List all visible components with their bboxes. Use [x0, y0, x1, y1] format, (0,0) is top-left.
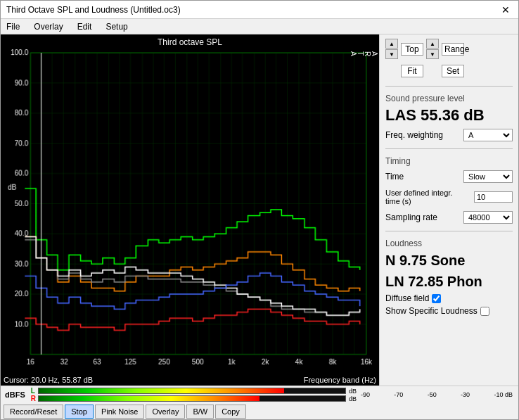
divider-3: [385, 231, 513, 231]
copy-button[interactable]: Copy: [215, 405, 246, 419]
freq-weighting-select[interactable]: A B C Z: [463, 129, 513, 141]
divider-1: [385, 86, 513, 87]
tick-50: -50: [428, 391, 437, 398]
time-row: Time Slow Fast Impulse: [385, 170, 513, 183]
fit-label[interactable]: Fit: [401, 65, 423, 77]
r-meter-fill: [39, 396, 260, 401]
menu-bar: File Overlay Edit Setup: [1, 19, 518, 34]
sone-value: N 9.75 Sone: [385, 251, 513, 269]
close-button[interactable]: ✕: [499, 3, 513, 17]
user-integr-input[interactable]: [474, 191, 513, 203]
top-down-btn[interactable]: ▼: [385, 49, 398, 59]
tick-10: -10 dB: [494, 391, 513, 398]
main-window: Third Octave SPL and Loudness (Untitled.…: [0, 0, 519, 420]
right-panel: ▲ ▼ Top ▲ ▼ Range Fit Set Sound pressure…: [379, 34, 518, 386]
l-meter-fill: [39, 388, 284, 393]
r-channel-label: R: [31, 395, 37, 402]
window-title: Third Octave SPL and Loudness (Untitled.…: [6, 5, 181, 15]
freq-weighting-label: Freq. weighting: [385, 130, 443, 140]
cursor-text: Cursor: 20.0 Hz, 55.87 dB: [4, 376, 93, 384]
diffuse-field-checkbox[interactable]: [432, 294, 441, 303]
spl-chart: [1, 49, 379, 374]
sampling-rate-select[interactable]: 48000 44100 96000: [463, 211, 513, 224]
diffuse-field-row: Diffuse field: [385, 293, 513, 303]
user-integr-row: User defined integr. time (s): [385, 189, 513, 205]
menu-edit[interactable]: Edit: [75, 21, 95, 32]
dbfs-unit-l: dB: [349, 388, 357, 395]
spl-value: LAS 55.36 dB: [385, 106, 513, 125]
show-specific-label: Show Specific Loudness: [385, 306, 478, 316]
tick-30: -30: [461, 391, 470, 398]
chart-title: Third octave SPL: [1, 34, 379, 49]
chart-bottom-row: Cursor: 20.0 Hz, 55.87 dB Frequency band…: [4, 376, 376, 384]
dbfs-unit-r: dB: [349, 395, 357, 402]
range-nav-group: ▲ ▼: [426, 39, 439, 59]
bw-button[interactable]: B/W: [186, 405, 214, 419]
overlay-button[interactable]: Overlay: [146, 405, 185, 419]
dbfs-label: dBFS: [5, 390, 25, 399]
show-specific-row: Show Specific Loudness: [385, 306, 513, 316]
range-label[interactable]: Range: [442, 43, 464, 56]
show-specific-checkbox[interactable]: [480, 307, 489, 316]
freq-weighting-row: Freq. weighting A B C Z: [385, 129, 513, 141]
content-area: Third octave SPL ARTA Cursor: 20.0 Hz, 5…: [1, 34, 518, 386]
chart-bottom: Cursor: 20.0 Hz, 55.87 dB Frequency band…: [1, 374, 379, 386]
time-label: Time: [385, 172, 404, 182]
buttons-row: Record/Reset Stop Pink Noise Overlay B/W…: [1, 403, 518, 420]
set-label[interactable]: Set: [442, 65, 464, 77]
loudness-section-label: Loudness: [385, 238, 513, 248]
title-bar: Third Octave SPL and Loudness (Untitled.…: [1, 1, 518, 19]
menu-file[interactable]: File: [4, 21, 23, 32]
timing-section-label: Timing: [385, 156, 513, 166]
time-select[interactable]: Slow Fast Impulse: [463, 170, 513, 183]
record-reset-button[interactable]: Record/Reset: [4, 405, 63, 419]
menu-overlay[interactable]: Overlay: [31, 21, 65, 32]
divider-2: [385, 148, 513, 149]
arta-label: ARTA: [350, 51, 378, 56]
user-integr-label: User defined integr. time (s): [385, 189, 456, 205]
spl-section-label: Sound pressure level: [385, 94, 513, 103]
sampling-rate-label: Sampling rate: [385, 212, 437, 222]
range-up-btn[interactable]: ▲: [426, 39, 439, 49]
phon-value: LN 72.85 Phon: [385, 272, 513, 291]
freq-label: Frequency band (Hz): [304, 376, 376, 384]
chart-wrapper: ARTA: [1, 49, 379, 374]
top-label[interactable]: Top: [401, 43, 423, 56]
chart-area: Third octave SPL ARTA Cursor: 20.0 Hz, 5…: [1, 34, 379, 386]
nav-controls: ▲ ▼ Top ▲ ▼ Range: [385, 39, 513, 59]
tick-90: -90: [361, 391, 370, 398]
l-channel-label: L: [31, 387, 37, 395]
top-nav-group: ▲ ▼: [385, 39, 398, 59]
top-up-btn[interactable]: ▲: [385, 39, 398, 49]
pink-noise-button[interactable]: Pink Noise: [95, 405, 145, 419]
menu-setup[interactable]: Setup: [103, 21, 130, 32]
tick-70: -70: [394, 391, 403, 398]
fit-controls: Fit Set: [385, 65, 513, 77]
diffuse-field-label: Diffuse field: [385, 293, 429, 303]
sampling-rate-row: Sampling rate 48000 44100 96000: [385, 211, 513, 224]
range-down-btn[interactable]: ▼: [426, 49, 439, 59]
bottom-bar: dBFS L dB R dB: [1, 386, 518, 419]
stop-button[interactable]: Stop: [65, 405, 94, 419]
